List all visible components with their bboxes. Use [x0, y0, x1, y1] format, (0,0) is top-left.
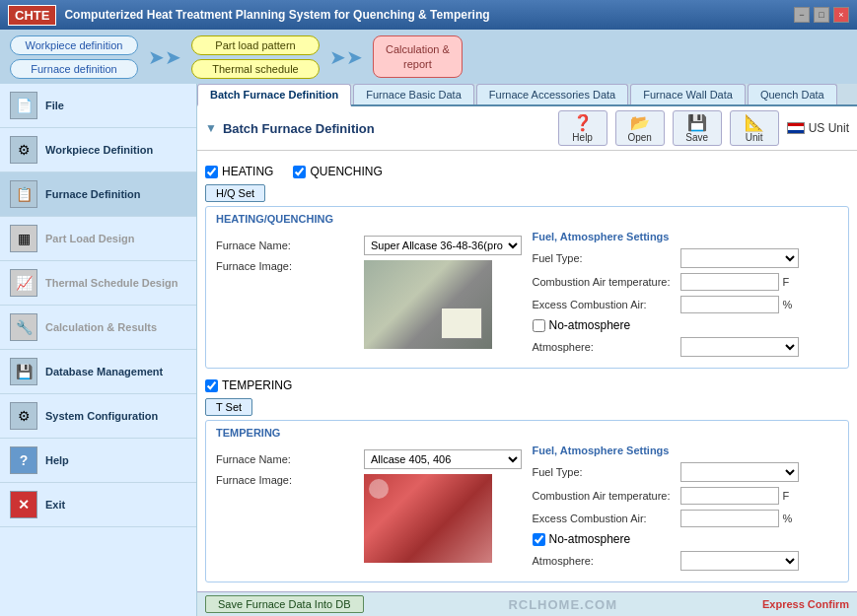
thermal-schedule-step[interactable]: Thermal schedule — [191, 59, 320, 79]
maximize-button[interactable]: □ — [814, 7, 829, 23]
save-button[interactable]: 💾 Save — [673, 110, 722, 146]
minimize-button[interactable]: − — [794, 7, 810, 23]
hq-no-atmosphere-label: No-atmosphere — [549, 318, 631, 332]
tempering-atmosphere-select[interactable] — [680, 551, 799, 571]
sidebar-item-database[interactable]: 💾 Database Management — [0, 350, 196, 394]
tab-bar: Batch Furnace Definition Furnace Basic D… — [197, 84, 857, 106]
arrow-2: ➤➤ — [329, 45, 363, 69]
tempering-excess-combustion-input[interactable]: 15 — [680, 510, 779, 527]
left-step-group: Workpiece definition Furnace definition — [10, 35, 138, 79]
tempering-no-atmosphere-checkbox[interactable] — [533, 533, 545, 546]
sidebar-item-help[interactable]: ? Help — [0, 439, 196, 483]
tempering-excess-combustion-label: Excess Combustion Air: — [533, 513, 680, 524]
tempering-furnace-image — [364, 474, 492, 563]
furnace-definition-step[interactable]: Furnace definition — [10, 59, 138, 79]
t-set-button[interactable]: T Set — [205, 398, 252, 416]
part-load-pattern-step[interactable]: Part load pattern — [191, 35, 320, 55]
app-header: CHTE Computerized Heat Treatment Plannin… — [0, 0, 857, 30]
tab-batch-furnace[interactable]: Batch Furnace Definition — [197, 84, 351, 106]
tab-furnace-accessories[interactable]: Furnace Accessories Data — [476, 84, 628, 104]
workpiece-icon: ⚙ — [10, 136, 37, 164]
tempering-furnace-name-row: Furnace Name: Allcase 405, 406 — [216, 449, 523, 469]
hq-set-button[interactable]: H/Q Set — [205, 184, 265, 202]
window-controls: − □ × — [794, 7, 849, 23]
form-content: HEATING QUENCHING H/Q Set HEATING/QUENCH… — [197, 151, 857, 591]
quenching-checkbox[interactable] — [293, 166, 306, 178]
hq-combustion-air-input[interactable]: 850 — [680, 273, 779, 291]
save-db-button[interactable]: Save Furnace Data Into DB — [205, 595, 364, 613]
hq-fuel-title: Fuel, Atmosphere Settings — [533, 231, 839, 242]
help-toolbar-label: Help — [572, 132, 593, 143]
unit-button[interactable]: 📐 Unit — [730, 110, 779, 146]
tab-furnace-wall[interactable]: Furnace Wall Data — [630, 84, 746, 104]
heating-label: HEATING — [222, 165, 273, 178]
sidebar-item-system[interactable]: ⚙ System Configuration — [0, 394, 196, 439]
tempering-atmosphere-row: Atmosphere: — [533, 551, 839, 571]
heating-checkbox[interactable] — [205, 166, 218, 178]
hq-combustion-air-label: Combustion Air temperature: — [533, 276, 680, 288]
tempering-excess-unit: % — [783, 513, 793, 524]
app-title: Computerized Heat Treatment Planning Sys… — [64, 8, 794, 22]
tempering-checkbox[interactable] — [205, 379, 218, 392]
tempering-section-title: TEMPERING — [216, 427, 838, 439]
tempering-fuel-type-label: Fuel Type: — [533, 466, 680, 478]
tempering-furnace-image-row: Furnace Image: — [216, 474, 523, 563]
close-button[interactable]: × — [833, 7, 849, 23]
hq-furnace-name-select[interactable]: Super Allcase 36-48-36(proelec — [364, 236, 522, 255]
hq-excess-combustion-input[interactable]: 15 — [680, 296, 779, 313]
hq-no-atmosphere-checkbox[interactable] — [533, 319, 545, 332]
hq-fuel-type-select[interactable] — [680, 248, 799, 268]
us-unit-label: US Unit — [809, 121, 849, 135]
unit-icon: 📐 — [745, 113, 764, 132]
tempering-right-col: Fuel, Atmosphere Settings Fuel Type: Com… — [533, 445, 839, 576]
hq-furnace-image-row: Furnace Image: — [216, 260, 523, 349]
sidebar-label-thermal: Thermal Schedule Design — [45, 277, 178, 289]
sidebar-item-workpiece[interactable]: ⚙ Workpiece Definition — [0, 128, 196, 172]
toolbar: ▼ Batch Furnace Definition ❓ Help 📂 Open… — [197, 106, 857, 151]
tempering-label: TEMPERING — [222, 378, 292, 392]
express-confirm-button[interactable]: Express Confirm — [762, 598, 849, 610]
tab-quench[interactable]: Quench Data — [748, 84, 837, 104]
save-icon: 💾 — [687, 113, 707, 132]
save-label: Save — [685, 132, 708, 143]
sidebar-label-workpiece: Workpiece Definition — [45, 144, 153, 156]
hq-furnace-name-row: Furnace Name: Super Allcase 36-48-36(pro… — [216, 236, 523, 255]
hq-atmosphere-label: Atmosphere: — [533, 341, 680, 353]
hq-excess-unit: % — [783, 299, 793, 310]
help-icon: ? — [10, 446, 37, 474]
app-logo: CHTE — [8, 5, 56, 26]
sidebar-item-furnace[interactable]: 📋 Furnace Definition — [0, 172, 196, 217]
hq-atmosphere-select[interactable] — [680, 337, 799, 357]
help-button[interactable]: ❓ Help — [558, 110, 607, 146]
hq-checkbox-row: HEATING QUENCHING — [205, 165, 849, 178]
hq-section-box: HEATING/QUENCHING Furnace Name: Super Al… — [205, 206, 849, 369]
hq-excess-combustion-row: Excess Combustion Air: 15 % — [533, 296, 839, 313]
arrow-1: ➤➤ — [148, 45, 181, 69]
tab-furnace-basic[interactable]: Furnace Basic Data — [353, 84, 474, 104]
tempering-excess-combustion-row: Excess Combustion Air: 15 % — [533, 510, 839, 527]
tempering-combustion-air-input[interactable]: 850 — [680, 487, 779, 505]
tempering-checkbox-item: TEMPERING — [205, 378, 292, 392]
tempering-no-atmosphere-row: No-atmosphere — [533, 532, 839, 546]
sidebar-label-part-load: Part Load Design — [45, 233, 134, 244]
middle-step-group: Part load pattern Thermal schedule — [191, 35, 320, 79]
open-button[interactable]: 📂 Open — [615, 110, 665, 146]
tempering-fuel-type-select[interactable] — [680, 462, 799, 482]
sidebar-label-furnace: Furnace Definition — [45, 188, 141, 200]
tempering-furnace-name-select[interactable]: Allcase 405, 406 — [364, 449, 522, 469]
heating-checkbox-item: HEATING — [205, 165, 273, 178]
hq-no-atmosphere-row: No-atmosphere — [533, 318, 839, 332]
tempering-left-col: Furnace Name: Allcase 405, 406 Furnace I… — [216, 445, 523, 576]
sidebar: 📄 File ⚙ Workpiece Definition 📋 Furnace … — [0, 84, 197, 616]
calculation-report-step[interactable]: Calculation & report — [373, 35, 463, 78]
tempering-combustion-unit: F — [783, 490, 790, 502]
sidebar-item-exit[interactable]: ✕ Exit — [0, 483, 196, 527]
hq-fuel-type-row: Fuel Type: — [533, 248, 839, 268]
sidebar-label-system: System Configuration — [45, 410, 158, 422]
us-flag-icon — [787, 122, 805, 134]
main-layout: 📄 File ⚙ Workpiece Definition 📋 Furnace … — [0, 84, 857, 616]
sidebar-item-thermal: 📈 Thermal Schedule Design — [0, 261, 196, 306]
workpiece-definition-step[interactable]: Workpiece definition — [10, 35, 138, 55]
sidebar-label-exit: Exit — [45, 499, 65, 511]
sidebar-item-file[interactable]: 📄 File — [0, 84, 196, 128]
